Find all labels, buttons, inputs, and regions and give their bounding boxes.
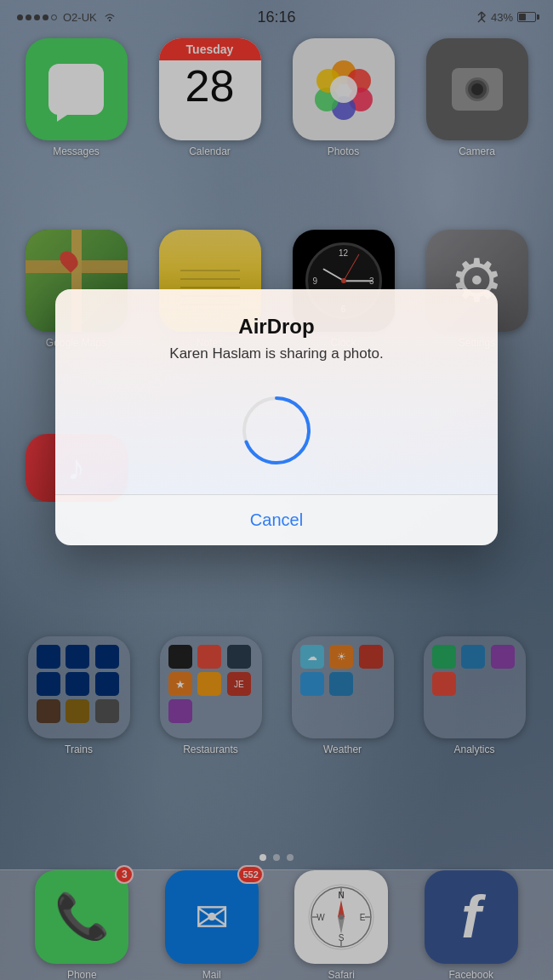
airdrop-modal: AirDrop Karen Haslam is sharing a photo.… xyxy=(55,289,498,545)
modal-spinner-container xyxy=(81,384,472,494)
spinner-svg xyxy=(238,392,315,469)
modal-content: AirDrop Karen Haslam is sharing a photo. xyxy=(55,289,498,494)
airdrop-spinner xyxy=(238,392,315,469)
modal-title: AirDrop xyxy=(81,315,472,339)
modal-backdrop: AirDrop Karen Haslam is sharing a photo.… xyxy=(0,0,553,980)
cancel-button[interactable]: Cancel xyxy=(55,495,498,545)
modal-subtitle: Karen Haslam is sharing a photo. xyxy=(81,345,472,362)
